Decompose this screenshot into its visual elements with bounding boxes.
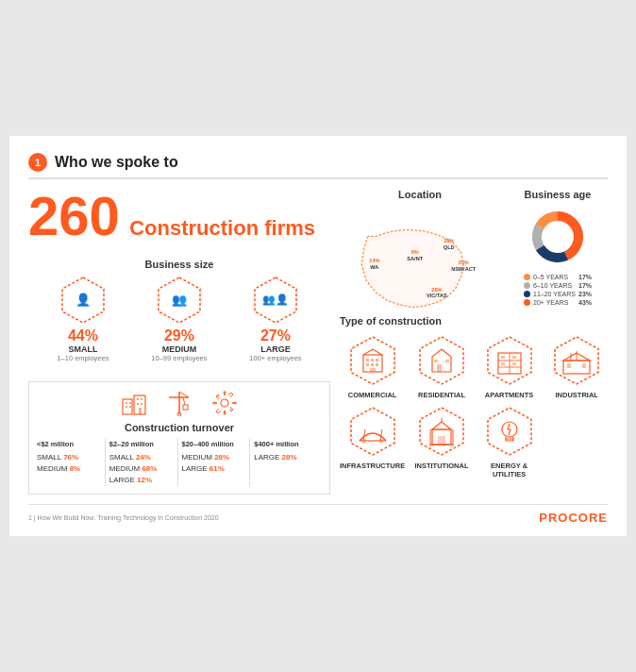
- turnover-col-2: $2–20 million SMALL 24% MEDIUM 68% LARGE…: [109, 439, 178, 486]
- legend-label-20plus: 20+ YEARS: [533, 299, 576, 306]
- type-label-infrastructure: INFRASTRUCTURE: [340, 462, 405, 470]
- svg-line-47: [373, 349, 382, 355]
- turnover-col4-row1: LARGE 28%: [254, 452, 318, 463]
- svg-rect-59: [501, 356, 505, 359]
- type-residential: RESIDENTIAL: [410, 334, 473, 399]
- hero-label: Construction firms: [129, 216, 315, 240]
- turnover-col1-row2: MEDIUM 8%: [37, 463, 101, 475]
- footer-text: 1 | How We Build Now: Training Technolog…: [28, 514, 219, 521]
- svg-text:SA/NT: SA/NT: [407, 256, 423, 261]
- svg-line-46: [363, 349, 373, 355]
- svg-rect-13: [139, 408, 142, 414]
- type-energy-hex: [483, 405, 536, 458]
- svg-rect-12: [141, 403, 142, 405]
- legend-label-11-20: 11–20 YEARS: [533, 291, 576, 297]
- large-percent: 27%: [260, 328, 291, 344]
- turnover-icons: [37, 390, 322, 416]
- turnover-data: <$2 million SMALL 76% MEDIUM 8% $2–20 mi…: [37, 439, 322, 486]
- legend-val-11-20: 23%: [578, 291, 592, 297]
- age-legend: 0–5 YEARS 17% 6–10 YEARS 17% 11–20 YEARS: [524, 274, 592, 308]
- type-apartments-hex: [483, 334, 536, 387]
- svg-rect-9: [137, 398, 139, 400]
- turnover-icon-crane: [164, 390, 194, 416]
- business-age-section: Business age: [508, 189, 608, 308]
- svg-rect-44: [376, 363, 378, 366]
- svg-rect-50: [437, 364, 442, 372]
- svg-text:16%: 16%: [444, 238, 454, 244]
- size-icons: 👤 44% SMALL 1–10 employees: [36, 276, 323, 362]
- type-construction: Type of construction: [340, 315, 608, 479]
- business-size-section: Business size 👤 44% SMALL: [28, 251, 330, 374]
- type-industrial-hex: [550, 334, 603, 387]
- legend-val-0-5: 17%: [578, 274, 592, 280]
- svg-rect-51: [434, 360, 438, 362]
- svg-text:NSW/ACT: NSW/ACT: [451, 266, 477, 272]
- size-small: 👤 44% SMALL 1–10 employees: [57, 276, 109, 362]
- medium-percent: 29%: [164, 328, 194, 344]
- legend-11-20: 11–20 YEARS 23%: [524, 291, 592, 297]
- turnover-col3-header: $20–400 million: [182, 439, 246, 449]
- location-title: Location: [340, 189, 500, 200]
- right-panel: Location 14% WA 8% SA/NT 16%: [340, 189, 608, 495]
- svg-rect-4: [126, 402, 127, 404]
- type-label-apartments: APARTMENTS: [485, 391, 534, 399]
- small-label: SMALL: [68, 344, 97, 354]
- svg-rect-66: [567, 363, 571, 368]
- donut-container: 0–5 YEARS 17% 6–10 YEARS 17% 11–20 YEARS: [508, 204, 608, 308]
- legend-val-6-10: 17%: [578, 282, 592, 289]
- turnover-col-4: $400+ million LARGE 28%: [254, 439, 322, 486]
- turnover-col2-header: $2–20 million: [109, 439, 174, 449]
- type-infrastructure-hex: [346, 405, 399, 458]
- size-large-hex: 👥👤: [251, 276, 300, 325]
- hero-number: 260: [28, 185, 120, 246]
- svg-text:26%: 26%: [431, 286, 442, 292]
- business-size-title: Business size: [36, 259, 323, 270]
- svg-text:QLD: QLD: [444, 244, 455, 250]
- svg-rect-39: [366, 359, 369, 361]
- type-energy: ENERGY & UTILITIES: [478, 405, 541, 479]
- svg-rect-74: [362, 439, 366, 444]
- legend-6-10: 6–10 YEARS 17%: [524, 282, 592, 289]
- size-small-hex: 👤: [59, 276, 108, 325]
- svg-rect-75: [379, 439, 383, 444]
- section-number: 1: [28, 153, 47, 172]
- svg-rect-6: [126, 406, 127, 408]
- svg-rect-11: [137, 403, 139, 405]
- turnover-icon-gear: [209, 390, 240, 416]
- svg-rect-41: [376, 359, 378, 361]
- turnover-col2-row3: LARGE 12%: [109, 475, 174, 486]
- hero-row: 260 Construction firms: [28, 189, 330, 244]
- svg-rect-45: [370, 368, 376, 372]
- svg-point-36: [544, 224, 571, 250]
- type-label-institutional: INSTITUTIONAL: [414, 462, 468, 470]
- page: 1 Who we spoke to 260 Construction firms…: [9, 136, 627, 536]
- svg-rect-7: [129, 406, 131, 408]
- footer: 1 | How We Build Now: Training Technolog…: [28, 504, 608, 525]
- svg-rect-82: [438, 436, 445, 445]
- svg-rect-60: [512, 356, 516, 359]
- turnover-col1-header: <$2 million: [37, 439, 101, 449]
- turnover-col1-row1: SMALL 76%: [37, 452, 101, 463]
- svg-line-17: [183, 397, 185, 405]
- svg-rect-62: [512, 362, 516, 365]
- svg-rect-43: [371, 363, 374, 366]
- svg-rect-67: [582, 363, 586, 368]
- turnover-col4-header: $400+ million: [254, 439, 318, 449]
- medium-label: MEDIUM: [162, 344, 197, 354]
- svg-text:VIC/TAS: VIC/TAS: [427, 293, 447, 298]
- type-industrial: INDUSTRIAL: [545, 334, 608, 399]
- legend-0-5: 0–5 YEARS 17%: [524, 274, 592, 280]
- type-institutional-hex: [415, 405, 468, 458]
- location-section: Location 14% WA 8% SA/NT 16%: [340, 189, 500, 308]
- legend-val-20plus: 43%: [578, 299, 592, 306]
- small-percent: 44%: [68, 328, 98, 344]
- turnover-col-1: <$2 million SMALL 76% MEDIUM 8%: [37, 439, 106, 486]
- type-infrastructure: INFRASTRUCTURE: [340, 405, 405, 479]
- type-apartments: APARTMENTS: [478, 334, 541, 399]
- svg-marker-78: [432, 422, 451, 429]
- turnover-col3-row2: LARGE 61%: [182, 463, 246, 475]
- svg-text:WA: WA: [370, 263, 378, 269]
- size-medium: 👥 29% MEDIUM 10–99 employees: [151, 276, 207, 362]
- legend-label-0-5: 0–5 YEARS: [533, 274, 576, 280]
- left-panel: 260 Construction firms Business size 👤: [28, 189, 330, 495]
